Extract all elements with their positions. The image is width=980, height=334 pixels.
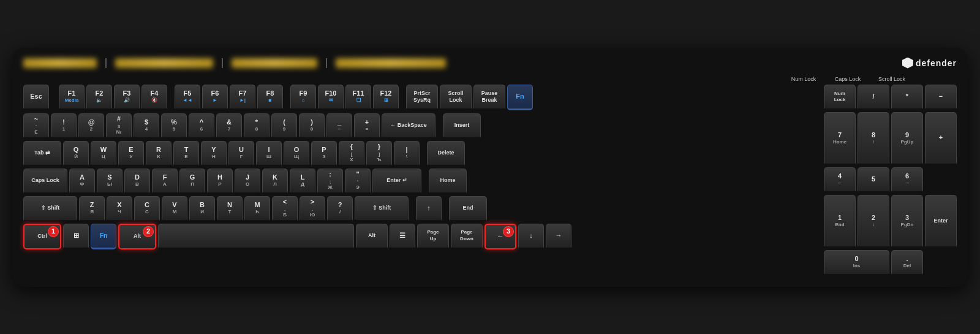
- key-uarrow[interactable]: ↑: [416, 196, 442, 222]
- key-win[interactable]: ⊞: [63, 224, 89, 249]
- key-n[interactable]: N Т: [217, 196, 243, 222]
- key-pagedown[interactable]: PageDown: [451, 224, 483, 249]
- key-z[interactable]: Z Я: [79, 196, 105, 222]
- key-comma[interactable]: < , Б: [272, 196, 298, 222]
- key-p[interactable]: P З: [311, 141, 337, 167]
- key-9[interactable]: ( 9: [271, 113, 297, 139]
- key-larrow[interactable]: 3 ←: [484, 224, 516, 249]
- key-equal[interactable]: + =: [354, 113, 380, 139]
- key-q[interactable]: Q Й: [63, 141, 89, 167]
- key-k[interactable]: K Л: [262, 169, 288, 194]
- key-v[interactable]: V М: [162, 196, 187, 222]
- key-rbracket[interactable]: } ] Ъ: [366, 141, 392, 167]
- key-tilde[interactable]: ~ ` Ё: [23, 113, 49, 139]
- key-s[interactable]: S Ы: [97, 169, 123, 194]
- key-r[interactable]: R К: [146, 141, 172, 167]
- key-num8[interactable]: 8 ↑: [858, 112, 889, 165]
- key-f7[interactable]: F7 ►|: [230, 85, 255, 110]
- key-b[interactable]: B И: [189, 196, 215, 222]
- key-tab[interactable]: Tab ⇄: [23, 141, 61, 167]
- key-numslash[interactable]: /: [858, 85, 889, 110]
- key-semicolon[interactable]: : ; Ж: [317, 169, 343, 194]
- key-8[interactable]: * 8: [244, 113, 270, 139]
- key-numdot[interactable]: . Del: [891, 250, 923, 276]
- key-4[interactable]: $ 4: [134, 113, 159, 139]
- key-lshift[interactable]: ⇧ Shift: [23, 196, 77, 222]
- key-numenter[interactable]: Enter: [925, 195, 957, 248]
- key-f10[interactable]: F10 ✉: [318, 85, 344, 110]
- key-m[interactable]: M Ь: [244, 196, 270, 222]
- key-numstar[interactable]: *: [891, 85, 923, 110]
- key-menu[interactable]: ☰: [390, 224, 415, 249]
- key-num9[interactable]: 9 PgUp: [891, 112, 923, 165]
- key-lbracket[interactable]: { [ Х: [339, 141, 364, 167]
- key-pause[interactable]: PauseBreak: [473, 85, 505, 110]
- key-pageup[interactable]: PageUp: [417, 224, 449, 249]
- key-f5[interactable]: F5 ◄◄: [175, 85, 200, 110]
- key-i[interactable]: I Ш: [256, 141, 282, 167]
- key-f4[interactable]: F4 🔇: [141, 85, 167, 110]
- key-f3[interactable]: F3 🔊: [114, 85, 140, 110]
- key-num6[interactable]: 6 →: [891, 167, 923, 193]
- key-home[interactable]: Home: [429, 169, 467, 194]
- key-scrolllock[interactable]: ScrollLock: [440, 85, 472, 110]
- key-num5[interactable]: 5: [858, 167, 889, 193]
- key-ralt[interactable]: Alt: [356, 224, 388, 249]
- key-3[interactable]: # 3 №: [106, 113, 132, 139]
- key-capslock[interactable]: Caps Lock: [23, 169, 67, 194]
- key-c[interactable]: C С: [134, 196, 160, 222]
- key-lctrl[interactable]: 1 Ctrl: [23, 224, 61, 249]
- key-5[interactable]: % 5: [161, 113, 187, 139]
- key-num2[interactable]: 2 ↓: [858, 195, 889, 248]
- key-numplus[interactable]: +: [925, 112, 957, 165]
- key-f[interactable]: F А: [152, 169, 178, 194]
- key-g[interactable]: G П: [179, 169, 205, 194]
- key-num1[interactable]: 1 End: [824, 195, 856, 248]
- key-lalt[interactable]: 2 Alt: [118, 224, 156, 249]
- key-f1[interactable]: F1 Media: [59, 85, 85, 110]
- key-insert[interactable]: Insert: [443, 113, 481, 139]
- key-space[interactable]: [158, 224, 354, 249]
- key-slash[interactable]: ? /: [327, 196, 353, 222]
- key-num7[interactable]: 7 Home: [824, 112, 856, 165]
- key-x[interactable]: X Ч: [107, 196, 132, 222]
- key-numminus[interactable]: −: [925, 85, 957, 110]
- key-f6[interactable]: F6 ►: [202, 85, 228, 110]
- key-u[interactable]: U Г: [228, 141, 254, 167]
- key-numlock[interactable]: NumLock: [824, 85, 856, 110]
- key-h[interactable]: H Р: [207, 169, 233, 194]
- key-f2[interactable]: F2 🔈: [86, 85, 112, 110]
- key-rshift[interactable]: ⇧ Shift: [355, 196, 409, 222]
- key-fn2[interactable]: Fn: [91, 224, 116, 249]
- key-end[interactable]: End: [449, 196, 487, 222]
- key-f11[interactable]: F11 ❑: [345, 85, 371, 110]
- key-a[interactable]: A Ф: [69, 169, 95, 194]
- key-y[interactable]: Y Н: [201, 141, 227, 167]
- key-6[interactable]: ^ 6: [189, 113, 214, 139]
- key-prtscr[interactable]: PrtScrSysRq: [406, 85, 438, 110]
- key-backslash[interactable]: | \: [394, 141, 420, 167]
- key-j[interactable]: J О: [235, 169, 260, 194]
- key-esc[interactable]: Esc: [23, 85, 49, 110]
- key-num3[interactable]: 3 PgDn: [891, 195, 923, 248]
- key-0[interactable]: ) 0: [299, 113, 325, 139]
- key-delete[interactable]: Delete: [427, 141, 465, 167]
- key-quote[interactable]: " ' Э: [345, 169, 371, 194]
- key-fn-special[interactable]: Fn: [507, 85, 533, 110]
- key-1[interactable]: ! 1: [51, 113, 77, 139]
- key-t[interactable]: T Е: [173, 141, 199, 167]
- key-f8[interactable]: F8 ■: [257, 85, 283, 110]
- key-e[interactable]: E У: [118, 141, 144, 167]
- key-num4[interactable]: 4 ←: [824, 167, 856, 193]
- key-num0[interactable]: 0 Ins: [824, 250, 889, 276]
- key-rarrow[interactable]: →: [546, 224, 571, 249]
- key-period[interactable]: > . Ю: [300, 196, 325, 222]
- key-f9[interactable]: F9 ⌂: [290, 85, 316, 110]
- key-o[interactable]: O Щ: [284, 141, 309, 167]
- key-minus[interactable]: _ −: [326, 113, 352, 139]
- key-darrow[interactable]: ↓: [518, 224, 544, 249]
- key-7[interactable]: & 7: [216, 113, 242, 139]
- key-2[interactable]: @ 2: [78, 113, 104, 139]
- key-f12[interactable]: F12 ⊞: [373, 85, 399, 110]
- key-l[interactable]: L Д: [290, 169, 315, 194]
